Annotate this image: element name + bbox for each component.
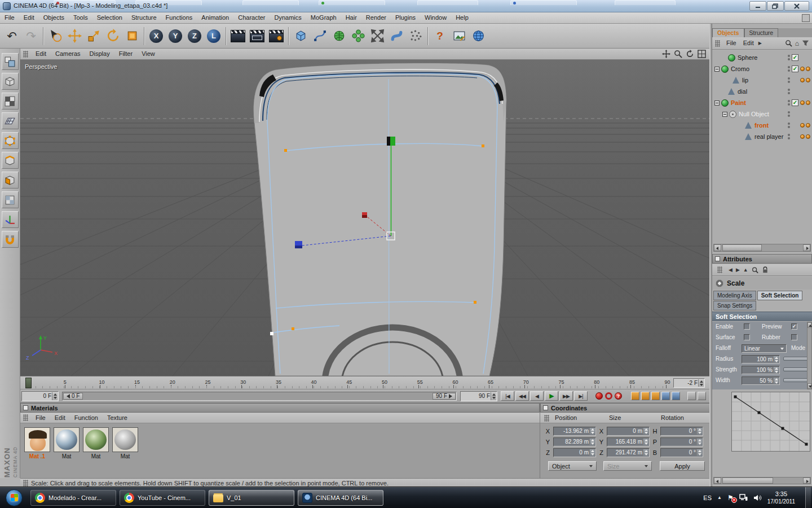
pan-view-icon[interactable] [662, 50, 670, 58]
coordinate-system-icon[interactable]: L [204, 25, 223, 47]
layout-grid-icon[interactable] [802, 14, 810, 22]
record-pla-icon[interactable] [672, 392, 680, 400]
scroll-up-icon[interactable] [807, 322, 811, 328]
home-icon[interactable]: ⌂ [795, 40, 799, 47]
add-deformer-icon[interactable] [387, 25, 406, 47]
attributes-hscrollbar[interactable] [713, 477, 811, 484]
polygons-mode-icon[interactable] [2, 172, 19, 189]
menu-item[interactable]: Objects [39, 12, 69, 23]
texture-mode-icon[interactable] [2, 93, 19, 110]
strength-slider[interactable] [783, 367, 808, 371]
transport-button[interactable]: ▶ [545, 391, 558, 401]
transport-button[interactable]: ▶▶ [559, 391, 573, 401]
edges-mode-icon[interactable] [2, 152, 19, 169]
visibility-dots[interactable] [788, 77, 790, 83]
materials-menu-item[interactable]: Function [70, 413, 103, 423]
position-field[interactable]: 82.289 m [553, 437, 596, 446]
materials-menu-item[interactable]: File [31, 413, 50, 423]
preview-checkbox[interactable]: ✓ [791, 323, 797, 330]
width-slider[interactable] [783, 378, 808, 382]
panel-grip[interactable] [23, 414, 28, 421]
rotate-tool-icon[interactable] [103, 25, 122, 47]
tab-objects[interactable]: Objects [712, 28, 744, 37]
lock-z-axis-icon[interactable]: Z [185, 25, 204, 47]
scroll-left-icon[interactable] [714, 478, 721, 484]
menu-item[interactable]: MoGraph [306, 12, 341, 23]
menu-item[interactable]: Window [420, 12, 451, 23]
object-tree-item[interactable]: Cromo ✓ [712, 63, 812, 75]
object-tree-item[interactable]: lip ✓ [712, 75, 812, 86]
visibility-dots[interactable] [788, 100, 790, 106]
radius-slider[interactable] [783, 357, 808, 361]
tab-modeling-axis[interactable]: Modeling Axis [713, 291, 756, 300]
scroll-thumb[interactable] [722, 478, 773, 484]
autokey-icon[interactable] [605, 392, 612, 400]
position-field[interactable]: -13.962 m [553, 427, 596, 436]
search-icon[interactable] [752, 266, 758, 274]
undo-icon[interactable]: ↶ [2, 25, 21, 47]
material-item[interactable]: Mat [112, 427, 139, 459]
surface-checkbox[interactable] [744, 334, 750, 340]
show-desktop-button[interactable] [805, 487, 811, 508]
object-tree-item[interactable]: Paint ✓ [712, 97, 812, 108]
tab-soft-selection[interactable]: Soft Selection [757, 291, 803, 300]
record-parameter-icon[interactable] [661, 392, 670, 400]
menu-item[interactable]: Tools [69, 12, 92, 23]
object-tree-item[interactable]: real player ✓ [712, 131, 812, 142]
enable-checkbox[interactable] [744, 323, 750, 330]
visibility-dots[interactable] [788, 55, 790, 60]
history-back-icon[interactable]: ◀ [729, 267, 732, 273]
timeline-options-icon[interactable] [687, 392, 696, 400]
record-scale-icon[interactable] [641, 392, 650, 400]
viewport-menu-item[interactable]: Filter [114, 49, 137, 59]
minimize-button[interactable] [749, 1, 766, 11]
object-mode-dropdown[interactable]: Object [548, 461, 597, 471]
object-tree-item[interactable]: Sphere ✓ [712, 52, 812, 63]
model-mode-icon[interactable] [2, 73, 19, 90]
current-frame-field[interactable]: 0 F [21, 391, 59, 401]
size-field[interactable]: 165.418 m [607, 437, 650, 446]
toggle-views-icon[interactable] [698, 50, 706, 58]
menu-item[interactable]: Hair [341, 12, 361, 23]
scale-tool-icon[interactable] [84, 25, 103, 47]
taskbar-button[interactable]: CINEMA 4D (64 Bi... [298, 490, 383, 506]
taskbar-button[interactable]: Modelado - Crear... [30, 490, 116, 506]
restore-button[interactable] [767, 1, 784, 11]
rotation-field[interactable]: 0 ° [660, 427, 703, 436]
online-globe-icon[interactable] [469, 25, 488, 47]
viewport-view-label[interactable]: Perspective [25, 63, 57, 70]
workplane-mode-icon[interactable] [2, 112, 19, 129]
material-thumbnail[interactable] [54, 427, 80, 452]
range-start-handle[interactable]: 0 F [63, 393, 83, 400]
rotation-field[interactable]: 0 ° [660, 448, 703, 457]
expand-tool-icon[interactable] [368, 25, 387, 47]
menu-item[interactable]: Help [451, 12, 473, 23]
zoom-view-icon[interactable] [674, 50, 682, 58]
visibility-dots[interactable] [788, 134, 790, 139]
viewport[interactable]: Y X Z Perspective [20, 60, 709, 376]
hidden-icons-chevron[interactable]: ▲ [717, 495, 722, 500]
expand-toggle-icon[interactable] [714, 67, 720, 72]
transport-button[interactable]: ◀ [530, 391, 544, 401]
menu-item[interactable]: Dynamics [270, 12, 306, 23]
falloff-curve-editor[interactable] [731, 392, 810, 452]
range-end-handle[interactable]: 90 F [433, 393, 456, 400]
texture-tag-icons[interactable] [800, 100, 810, 105]
transport-button[interactable]: ▶| [574, 391, 588, 401]
visibility-dots[interactable] [788, 89, 790, 94]
menu-item[interactable]: Animation [197, 12, 233, 23]
material-thumbnail[interactable] [24, 427, 50, 452]
last-tool-icon[interactable] [122, 25, 142, 47]
size-field[interactable]: 291.472 m [607, 448, 650, 457]
network-icon[interactable] [739, 494, 748, 501]
size-field[interactable]: 0 m [607, 427, 650, 436]
make-editable-icon[interactable] [2, 53, 19, 70]
enable-check-icon[interactable]: ✓ [792, 65, 798, 72]
material-item[interactable]: Mat .1 [24, 427, 51, 459]
parent-up-icon[interactable]: ▲ [743, 267, 748, 273]
panel-grip[interactable] [23, 480, 28, 487]
object-axis-mode-icon[interactable] [2, 211, 19, 228]
render-settings-icon[interactable] [267, 25, 286, 47]
add-particles-icon[interactable] [406, 25, 425, 47]
add-spline-icon[interactable] [310, 25, 329, 47]
